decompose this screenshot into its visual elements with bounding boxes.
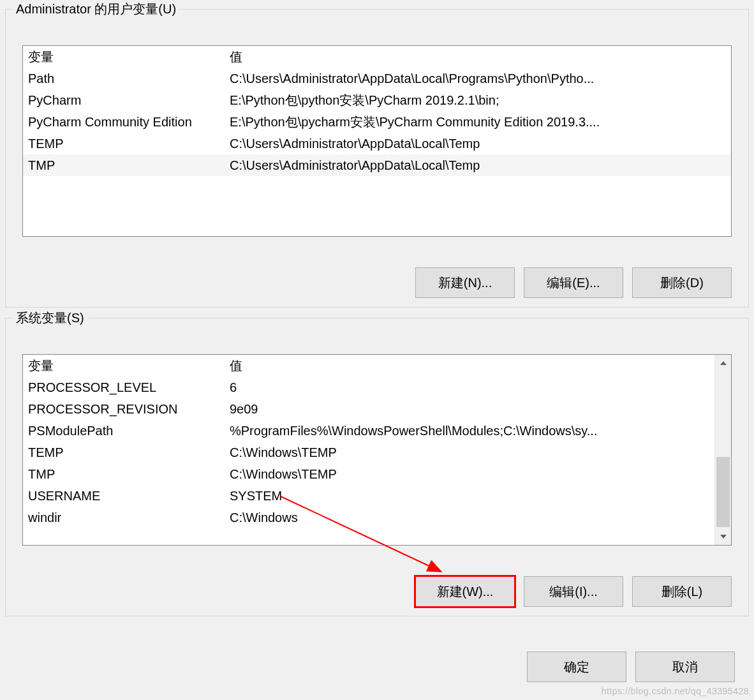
user-variables-list[interactable]: 变量 值 Path C:\Users\Administrator\AppData… <box>22 45 732 237</box>
system-new-button[interactable]: 新建(W)... <box>415 576 515 607</box>
table-row[interactable]: Path C:\Users\Administrator\AppData\Loca… <box>23 68 731 89</box>
user-delete-button[interactable]: 删除(D) <box>632 267 732 298</box>
system-variables-list[interactable]: 变量 值 PROCESSOR_LEVEL 6 PROCESSOR_REVISIO… <box>22 354 732 546</box>
scroll-down-icon[interactable] <box>715 528 732 545</box>
system-list-scrollbar[interactable] <box>714 355 731 545</box>
table-row[interactable]: PSModulePath %ProgramFiles%\WindowsPower… <box>23 420 714 442</box>
user-buttons-row: 新建(N)... 编辑(E)... 删除(D) <box>415 267 732 298</box>
table-row[interactable]: PROCESSOR_LEVEL 6 <box>23 376 714 398</box>
table-row[interactable]: USERNAME SYSTEM <box>23 485 714 507</box>
user-variables-group: Administrator 的用户变量(U) 变量 值 Path C:\User… <box>5 9 749 308</box>
system-variables-title: 系统变量(S) <box>12 309 88 327</box>
table-row[interactable]: TMP C:\Users\Administrator\AppData\Local… <box>23 154 731 176</box>
table-row[interactable]: TEMP C:\Users\Administrator\AppData\Loca… <box>23 133 731 154</box>
user-variables-title: Administrator 的用户变量(U) <box>12 1 180 18</box>
table-row[interactable]: PyCharm Community Edition E:\Python包\pyc… <box>23 111 731 133</box>
system-edit-button[interactable]: 编辑(I)... <box>524 576 623 607</box>
col-header-name[interactable]: 变量 <box>23 357 227 375</box>
user-new-button[interactable]: 新建(N)... <box>415 267 515 298</box>
table-row[interactable]: TEMP C:\Windows\TEMP <box>23 442 714 463</box>
scroll-thumb[interactable] <box>716 457 730 527</box>
user-list-header: 变量 值 <box>23 46 731 68</box>
dialog-buttons: 确定 取消 <box>527 652 735 682</box>
cancel-button[interactable]: 取消 <box>635 652 735 682</box>
user-edit-button[interactable]: 编辑(E)... <box>524 267 623 298</box>
col-header-name[interactable]: 变量 <box>23 48 227 66</box>
table-row[interactable]: TMP C:\Windows\TEMP <box>23 463 714 485</box>
table-row[interactable]: windir C:\Windows <box>23 507 714 528</box>
col-header-value[interactable]: 值 <box>227 357 714 375</box>
system-delete-button[interactable]: 删除(L) <box>632 576 732 607</box>
watermark: https://blog.csdn.net/qq_43395428 <box>602 686 749 696</box>
table-row[interactable]: PyCharm E:\Python包\python安装\PyCharm 2019… <box>23 89 731 111</box>
ok-button[interactable]: 确定 <box>527 652 626 682</box>
system-list-header: 变量 值 <box>23 355 714 376</box>
col-header-value[interactable]: 值 <box>227 48 731 66</box>
system-buttons-row: 新建(W)... 编辑(I)... 删除(L) <box>415 576 732 607</box>
scroll-up-icon[interactable] <box>715 355 732 371</box>
system-variables-group: 系统变量(S) 变量 值 PROCESSOR_LEVEL 6 PROCESSOR… <box>5 318 749 616</box>
table-row[interactable]: PROCESSOR_REVISION 9e09 <box>23 398 714 420</box>
